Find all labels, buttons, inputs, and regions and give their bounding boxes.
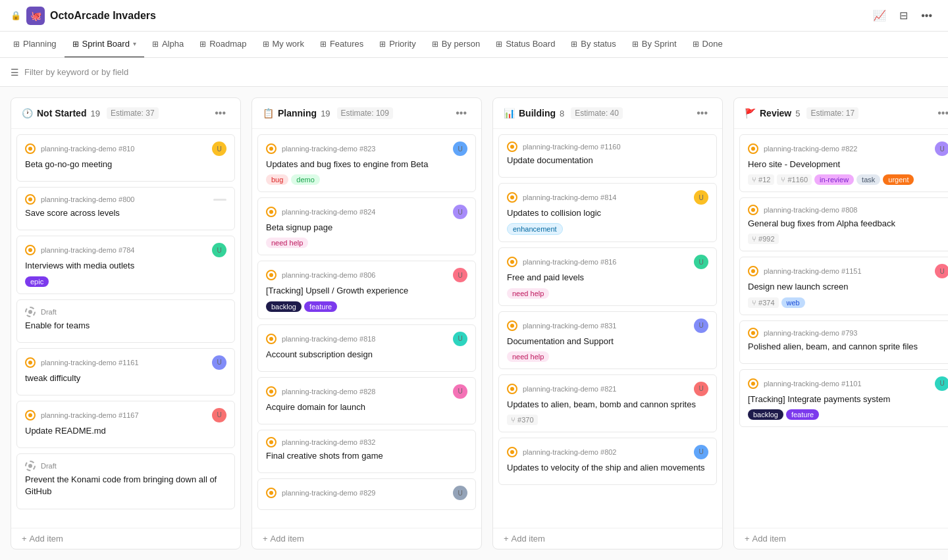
card-title-822: Hero site - Development [748, 159, 948, 170]
tab-status-board-label: Status Board [506, 39, 555, 49]
card-816[interactable]: planning-tracking-demo #816 U Free and p… [498, 247, 717, 305]
card-title-808: General bug fixes from Alpha feedback [748, 218, 948, 230]
card-id-draft-konami: Draft [41, 462, 57, 470]
status-icon-draft-konami [25, 461, 36, 471]
add-item-planning-label: Add item [271, 534, 304, 544]
chart-button[interactable]: 📈 [868, 7, 891, 24]
filter-bar: ☰ Filter by keyword or by field [0, 58, 948, 87]
card-1160[interactable]: planning-tracking-demo #1160 Update docu… [498, 134, 717, 178]
tab-by-sprint[interactable]: ⊞ By Sprint [624, 32, 685, 58]
tab-by-person[interactable]: ⊞ By person [424, 32, 488, 58]
card-id-832: planning-tracking-demo #832 [282, 438, 375, 446]
tab-priority[interactable]: ⊞ Priority [371, 32, 423, 58]
column-planning-header: 📋 Planning 19 Estimate: 109 ••• [252, 98, 481, 129]
card-title-1101: [Tracking] Integrate payments system [748, 394, 948, 405]
column-not-started-header: 🕐 Not Started 19 Estimate: 37 ••• [11, 98, 240, 129]
card-draft-enable[interactable]: Draft Enable for teams [16, 299, 235, 343]
card-title-832: Final creative shots from game [266, 450, 467, 462]
card-title-draft-konami: Prevent the Konami code from bringing do… [25, 474, 226, 497]
planning-menu-button[interactable]: ••• [452, 106, 471, 120]
card-808[interactable]: planning-tracking-demo #808 General bug … [739, 197, 948, 251]
card-800[interactable]: planning-tracking-demo #800 Save score a… [16, 187, 235, 230]
review-title: Review [760, 108, 791, 118]
more-options-button[interactable]: ••• [916, 7, 937, 24]
card-title-831: Documentation and Support [507, 336, 708, 347]
building-menu-button[interactable]: ••• [693, 106, 712, 120]
card-831[interactable]: planning-tracking-demo #831 U Documentat… [498, 311, 717, 369]
card-1167[interactable]: planning-tracking-demo #1167 U Update RE… [16, 401, 235, 448]
tag-ref-374: ⑂ #374 [748, 297, 779, 308]
review-add-button[interactable]: + Add item [745, 534, 786, 544]
card-id-828: planning-tracking-demo #828 [282, 388, 375, 395]
not-started-menu-button[interactable]: ••• [211, 106, 230, 120]
lock-icon: 🔒 [11, 11, 21, 20]
card-793[interactable]: planning-tracking-demo #793 Polished ali… [739, 320, 948, 364]
tab-alpha[interactable]: ⊞ Alpha [144, 32, 192, 58]
tag-backlog-806: backlog [266, 301, 302, 312]
card-802[interactable]: planning-tracking-demo #802 U Updates to… [498, 438, 717, 485]
card-title-1151: Design new launch screen [748, 281, 948, 293]
tab-sprint-board[interactable]: ⊞ Sprint Board ▾ [65, 32, 144, 58]
not-started-add-button[interactable]: + Add item [22, 534, 63, 544]
avatar-1167: U [212, 408, 226, 422]
card-829[interactable]: planning-tracking-demo #829 U [257, 478, 476, 510]
tab-by-status-label: By status [581, 39, 616, 49]
not-started-title: Not Started [37, 108, 86, 118]
card-806[interactable]: planning-tracking-demo #806 U [Tracking]… [257, 261, 476, 318]
tab-planning[interactable]: ⊞ Planning [5, 32, 65, 58]
card-828[interactable]: planning-tracking-demo #828 U Acquire do… [257, 377, 476, 424]
plus-icon: + [22, 534, 27, 544]
column-not-started: 🕐 Not Started 19 Estimate: 37 ••• planni… [11, 97, 241, 549]
tab-my-work[interactable]: ⊞ My work [255, 32, 312, 58]
card-id-818: planning-tracking-demo #818 [282, 335, 375, 343]
card-1101[interactable]: planning-tracking-demo #1101 U [Tracking… [739, 369, 948, 427]
card-title-823: Updates and bug fixes to engine from Bet… [266, 159, 467, 170]
card-1161[interactable]: planning-tracking-demo #1161 U tweak dif… [16, 348, 235, 395]
tag-enhancement-814: enhancement [507, 223, 563, 235]
card-810[interactable]: planning-tracking-demo #810 U Beta go-no… [16, 134, 235, 182]
card-814[interactable]: planning-tracking-demo #814 U Updates to… [498, 183, 717, 242]
status-icon-802 [507, 447, 517, 457]
avatar-831: U [694, 318, 708, 333]
not-started-body: planning-tracking-demo #810 U Beta go-no… [11, 129, 240, 528]
card-draft-konami[interactable]: Draft Prevent the Konami code from bring… [16, 453, 235, 509]
tab-roadmap-label: Roadmap [209, 39, 246, 49]
tab-roadmap[interactable]: ⊞ Roadmap [192, 32, 254, 58]
tab-by-status[interactable]: ⊞ By status [563, 32, 623, 58]
review-menu-button[interactable]: ••• [934, 106, 948, 120]
building-add-button[interactable]: + Add item [504, 534, 545, 544]
tab-alpha-icon: ⊞ [152, 39, 159, 49]
card-title-828: Acquire domain for launch [266, 401, 467, 413]
card-832[interactable]: planning-tracking-demo #832 Final creati… [257, 430, 476, 473]
card-818[interactable]: planning-tracking-demo #818 U Account su… [257, 324, 476, 372]
card-823[interactable]: planning-tracking-demo #823 U Updates an… [257, 134, 476, 192]
card-821[interactable]: planning-tracking-demo #821 U Updates to… [498, 374, 717, 432]
review-estimate: Estimate: 17 [806, 107, 858, 119]
card-822[interactable]: planning-tracking-demo #822 U Hero site … [739, 134, 948, 192]
status-icon-823 [266, 143, 276, 154]
planning-estimate: Estimate: 109 [337, 107, 393, 119]
card-784[interactable]: planning-tracking-demo #784 U Interviews… [16, 236, 235, 293]
tab-my-work-label: My work [273, 39, 304, 49]
layout-button[interactable]: ⊟ [894, 7, 913, 24]
card-id-806: planning-tracking-demo #806 [282, 271, 375, 279]
status-icon-800 [25, 194, 36, 205]
card-id-824: planning-tracking-demo #824 [282, 208, 375, 216]
planning-add-button[interactable]: + Add item [263, 534, 304, 544]
status-icon-822 [748, 143, 758, 154]
card-824[interactable]: planning-tracking-demo #824 U Beta signu… [257, 197, 476, 255]
status-icon-829 [266, 488, 276, 498]
tag-task-822: task [856, 174, 880, 185]
building-body: planning-tracking-demo #1160 Update docu… [493, 129, 722, 528]
card-title-1160: Update documentation [507, 155, 708, 166]
tab-done[interactable]: ⊞ Done [685, 32, 731, 58]
tab-by-sprint-icon: ⊞ [632, 39, 639, 49]
review-footer: + Add item [734, 528, 948, 549]
tab-my-work-icon: ⊞ [263, 39, 269, 49]
tab-status-board[interactable]: ⊞ Status Board [488, 32, 563, 58]
tab-priority-label: Priority [389, 39, 415, 49]
tab-features[interactable]: ⊞ Features [312, 32, 371, 58]
app-header: 🔒 🐙 OctoArcade Invaders 📈 ⊟ ••• [0, 0, 948, 32]
avatar-784: U [212, 243, 226, 257]
card-1151[interactable]: planning-tracking-demo #1151 U Design ne… [739, 257, 948, 315]
